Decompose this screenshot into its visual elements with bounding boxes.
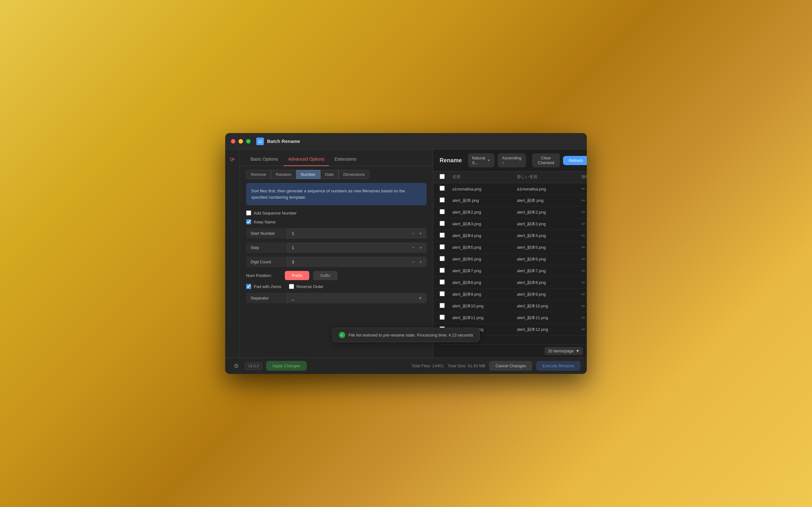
prefix-button[interactable]: Prefix bbox=[285, 271, 309, 280]
row-checkbox-col-9 bbox=[440, 291, 452, 297]
apply-changes-button[interactable]: Apply Changes bbox=[266, 361, 307, 371]
row-edit-icon-4[interactable]: ✏ bbox=[581, 233, 586, 239]
row-checkbox-5[interactable] bbox=[440, 244, 445, 249]
keep-name-checkbox-label[interactable]: Keep Name bbox=[246, 219, 275, 224]
reverse-order-label[interactable]: Reverse Order bbox=[289, 284, 323, 289]
row-edit-icon-11[interactable]: ✏ bbox=[581, 315, 586, 321]
row-checkbox-11[interactable] bbox=[440, 315, 445, 320]
tab-extensions[interactable]: Extensions bbox=[330, 154, 361, 166]
options-section: Add Sequence Number Keep Name Start Numb… bbox=[240, 210, 433, 303]
start-number-increment[interactable]: + bbox=[419, 231, 422, 236]
row-original-2: alert_副本2.png bbox=[452, 210, 517, 215]
row-checkbox-4[interactable] bbox=[440, 233, 445, 238]
pad-zeros-checkbox[interactable] bbox=[246, 284, 251, 289]
execute-rename-button[interactable]: Execute Rename bbox=[536, 361, 580, 371]
select-all-checkbox[interactable] bbox=[440, 174, 445, 179]
row-checkbox-1[interactable] bbox=[440, 198, 445, 203]
row-new-name-1: alert_副本.png bbox=[517, 198, 582, 204]
clear-checked-button[interactable]: Clear Checked bbox=[532, 153, 560, 167]
row-checkbox-col-0 bbox=[440, 186, 452, 192]
digit-count-decrement[interactable]: − bbox=[412, 259, 415, 265]
header-actions: 操作 bbox=[581, 174, 587, 180]
row-edit-icon-6[interactable]: ✏ bbox=[581, 257, 586, 262]
row-original-10: alert_副本10.png bbox=[452, 303, 517, 309]
sidebar-rename-icon[interactable]: ⟳ bbox=[227, 155, 238, 165]
sub-tab-remove[interactable]: Remove bbox=[246, 170, 271, 179]
maximize-button[interactable] bbox=[246, 139, 251, 144]
settings-icon[interactable]: ⚙ bbox=[232, 361, 241, 371]
sub-tabs-bar: Remove Random Number Date Dimensions bbox=[240, 166, 433, 183]
step-decrement[interactable]: − bbox=[412, 245, 415, 250]
row-actions-11: ✏ 🗑 👁 bbox=[581, 315, 587, 321]
close-button[interactable] bbox=[231, 139, 235, 144]
row-edit-icon-7[interactable]: ✏ bbox=[581, 268, 586, 274]
separator-chevron-icon[interactable]: ▼ bbox=[414, 296, 426, 300]
row-edit-icon-2[interactable]: ✏ bbox=[581, 210, 586, 215]
sub-tab-random[interactable]: Random bbox=[271, 170, 296, 179]
row-new-name-10: alert_副本10.png bbox=[517, 303, 582, 309]
row-actions-5: ✏ 🗑 👁 bbox=[581, 245, 587, 250]
row-actions-9: ✏ 🗑 👁 bbox=[581, 291, 587, 297]
add-sequence-checkbox-label[interactable]: Add Sequence Number bbox=[246, 210, 297, 216]
row-edit-icon-3[interactable]: ✏ bbox=[581, 221, 586, 227]
page-size-label: 20 items/page bbox=[548, 349, 574, 353]
sub-tab-dimensions[interactable]: Dimensions bbox=[339, 170, 369, 179]
row-new-name-9: alert_副本9.png bbox=[517, 291, 582, 297]
sub-tab-date[interactable]: Date bbox=[320, 170, 339, 179]
row-edit-icon-10[interactable]: ✏ bbox=[581, 303, 586, 309]
row-original-4: alert_副本4.png bbox=[452, 233, 517, 239]
cancel-changes-button[interactable]: Cancel Changes bbox=[489, 361, 532, 371]
sub-tab-number[interactable]: Number bbox=[296, 170, 320, 179]
app-icon: 🗂 bbox=[256, 137, 264, 145]
sort-dropdown[interactable]: Natural S... ▼ bbox=[468, 153, 495, 167]
ascending-button[interactable]: Ascending ↑ bbox=[498, 153, 526, 167]
page-size-chevron-icon: ▼ bbox=[576, 349, 580, 353]
row-checkbox-0[interactable] bbox=[440, 186, 445, 191]
digit-count-value: 3 bbox=[287, 257, 407, 267]
step-value: 1 bbox=[287, 242, 407, 253]
digit-count-increment[interactable]: + bbox=[419, 259, 422, 265]
row-checkbox-6[interactable] bbox=[440, 256, 445, 261]
tab-basic-options[interactable]: Basic Options bbox=[246, 154, 282, 166]
row-checkbox-2[interactable] bbox=[440, 209, 445, 214]
row-edit-icon-12[interactable]: ✏ bbox=[581, 327, 586, 332]
row-edit-icon-5[interactable]: ✏ bbox=[581, 245, 586, 250]
row-checkbox-8[interactable] bbox=[440, 279, 445, 285]
table-row: alert_副本8.png alert_副本8.png ✏ 🗑 👁 bbox=[433, 277, 587, 289]
digit-count-label: Digit Count bbox=[246, 257, 287, 267]
table-row: alert_副本10.png alert_副本10.png ✏ 🗑 👁 bbox=[433, 300, 587, 312]
digit-count-controls: − + bbox=[407, 259, 426, 265]
row-edit-icon-9[interactable]: ✏ bbox=[581, 291, 586, 297]
row-checkbox-7[interactable] bbox=[440, 268, 445, 273]
step-increment[interactable]: + bbox=[419, 245, 422, 250]
row-edit-icon-8[interactable]: ✏ bbox=[581, 280, 586, 285]
header-checkbox-col bbox=[440, 174, 452, 180]
row-checkbox-10[interactable] bbox=[440, 303, 445, 308]
refresh-button[interactable]: Refresh bbox=[563, 156, 587, 165]
reverse-order-checkbox[interactable] bbox=[289, 284, 294, 289]
start-number-controls: − + bbox=[407, 231, 426, 236]
file-table: 名前 新しい名前 操作 a1monalisa.png a1monalisa.pn… bbox=[433, 171, 587, 344]
add-sequence-checkbox[interactable] bbox=[246, 210, 251, 216]
row-checkbox-col-1 bbox=[440, 198, 452, 204]
pad-zeros-label[interactable]: Pad with Zeros bbox=[246, 284, 281, 289]
row-edit-icon-1[interactable]: ✏ bbox=[581, 198, 586, 204]
page-size-select[interactable]: 20 items/page ▼ bbox=[545, 347, 583, 355]
row-checkbox-9[interactable] bbox=[440, 291, 445, 296]
minimize-button[interactable] bbox=[239, 139, 243, 144]
row-original-0: a1monalisa.png bbox=[452, 187, 517, 191]
table-row: alert_副本7.png alert_副本7.png ✏ 🗑 👁 bbox=[433, 265, 587, 277]
row-checkbox-3[interactable] bbox=[440, 221, 445, 226]
suffix-button[interactable]: Suffix bbox=[313, 271, 337, 280]
row-edit-icon-0[interactable]: ✏ bbox=[581, 186, 586, 192]
row-new-name-5: alert_副本5.png bbox=[517, 245, 582, 250]
keep-name-checkbox[interactable] bbox=[246, 219, 251, 224]
table-row: a1monalisa.png a1monalisa.png ✏ 🗑 👁 bbox=[433, 183, 587, 195]
table-row: alert_副本2.png alert_副本2.png ✏ 🗑 👁 bbox=[433, 207, 587, 218]
table-row: alert_副本6.png alert_副本6.png ✏ 🗑 👁 bbox=[433, 253, 587, 265]
row-new-name-2: alert_副本2.png bbox=[517, 210, 582, 215]
start-number-row: Start Number 1 − + bbox=[246, 228, 426, 239]
description-box: Sort files first, then generate a sequen… bbox=[246, 183, 426, 205]
start-number-decrement[interactable]: − bbox=[412, 231, 415, 236]
tab-advanced-options[interactable]: Advanced Options bbox=[284, 154, 328, 166]
